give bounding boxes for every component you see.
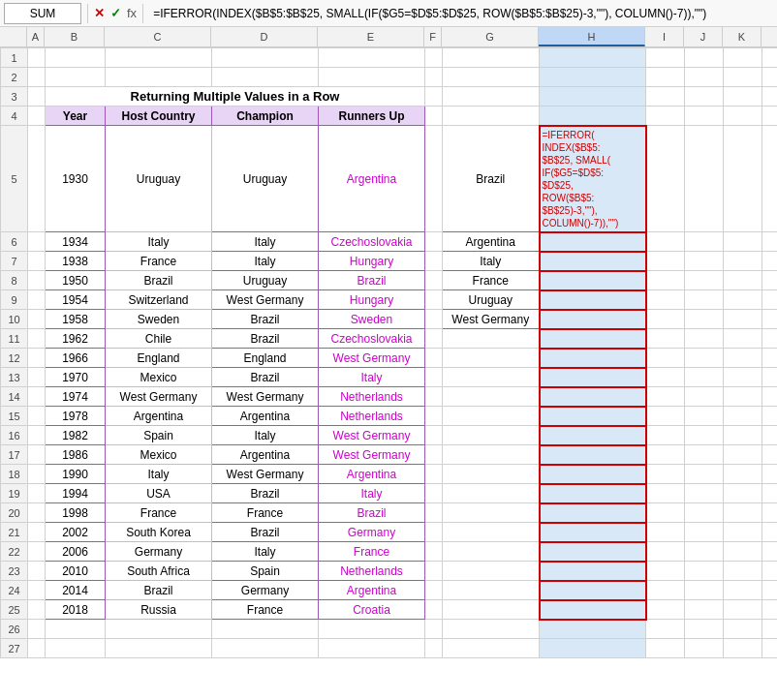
cell[interactable]: [425, 523, 443, 542]
cell[interactable]: [685, 107, 724, 126]
cell[interactable]: [425, 426, 443, 445]
cell[interactable]: 1958: [46, 310, 106, 329]
cell[interactable]: Germany: [106, 542, 212, 562]
col-header-d[interactable]: D: [211, 27, 318, 46]
cell[interactable]: [724, 232, 762, 252]
col-header-a[interactable]: A: [27, 27, 45, 46]
cell[interactable]: [28, 368, 46, 387]
cell[interactable]: West Germany: [106, 387, 212, 407]
cell[interactable]: South Africa: [106, 562, 212, 581]
cell[interactable]: [540, 639, 646, 658]
cell[interactable]: [762, 310, 778, 329]
cell[interactable]: [724, 562, 762, 581]
col-header-h[interactable]: H: [539, 27, 645, 46]
cell[interactable]: [319, 48, 425, 68]
cell[interactable]: [106, 68, 212, 87]
formula-cell[interactable]: =IFERROR( INDEX($B$5: $B$25, SMALL( IF($…: [540, 126, 646, 232]
cell[interactable]: [685, 581, 724, 600]
cell[interactable]: [540, 107, 646, 126]
cell[interactable]: France: [212, 503, 319, 523]
cell[interactable]: [646, 581, 685, 600]
cell[interactable]: [724, 271, 762, 290]
cancel-icon[interactable]: ✕: [94, 6, 105, 20]
cell[interactable]: [646, 600, 685, 620]
cell[interactable]: [646, 232, 685, 252]
cell[interactable]: [685, 252, 724, 271]
cell[interactable]: Spain: [212, 562, 319, 581]
cell[interactable]: Brazil: [319, 271, 425, 290]
cell[interactable]: [762, 68, 778, 87]
cell[interactable]: 1990: [46, 465, 106, 484]
cell[interactable]: [540, 252, 646, 271]
cell[interactable]: [425, 407, 443, 426]
cell[interactable]: Brazil: [212, 523, 319, 542]
col-header-g[interactable]: G: [442, 27, 539, 46]
cell[interactable]: Host Country: [106, 107, 212, 126]
fx-icon[interactable]: fx: [127, 6, 137, 20]
cell[interactable]: West Germany: [212, 387, 319, 407]
cell[interactable]: [106, 48, 212, 68]
cell[interactable]: [28, 542, 46, 562]
cell[interactable]: [425, 465, 443, 484]
cell[interactable]: Croatia: [319, 600, 425, 620]
cell[interactable]: [762, 271, 778, 290]
cell[interactable]: [724, 620, 762, 639]
cell[interactable]: Italy: [212, 252, 319, 271]
cell[interactable]: [685, 523, 724, 542]
cell[interactable]: 1934: [46, 232, 106, 252]
cell[interactable]: Italy: [212, 542, 319, 562]
cell[interactable]: Germany: [319, 523, 425, 542]
cell[interactable]: [762, 368, 778, 387]
cell[interactable]: 2006: [46, 542, 106, 562]
col-header-e[interactable]: E: [318, 27, 424, 46]
cell[interactable]: West Germany: [319, 445, 425, 465]
cell[interactable]: [46, 639, 106, 658]
cell[interactable]: [724, 484, 762, 503]
cell[interactable]: [540, 349, 646, 368]
cell[interactable]: [212, 48, 319, 68]
cell[interactable]: [762, 562, 778, 581]
cell[interactable]: [724, 542, 762, 562]
cell[interactable]: [685, 48, 724, 68]
cell[interactable]: [685, 600, 724, 620]
cell[interactable]: Hungary: [319, 252, 425, 271]
cell[interactable]: Argentina: [106, 407, 212, 426]
cell[interactable]: [28, 465, 46, 484]
cell[interactable]: [443, 387, 540, 407]
cell[interactable]: Runners Up: [319, 107, 425, 126]
cell[interactable]: [28, 271, 46, 290]
cell[interactable]: South Korea: [106, 523, 212, 542]
cell[interactable]: 1994: [46, 484, 106, 503]
cell[interactable]: [425, 68, 443, 87]
cell[interactable]: [646, 48, 685, 68]
cell[interactable]: [28, 407, 46, 426]
cell[interactable]: [762, 523, 778, 542]
cell[interactable]: [425, 620, 443, 639]
col-header-f[interactable]: F: [424, 27, 442, 46]
cell[interactable]: Switzerland: [106, 290, 212, 310]
cell[interactable]: [724, 68, 762, 87]
cell[interactable]: [762, 426, 778, 445]
cell[interactable]: Brazil: [212, 329, 319, 349]
cell[interactable]: [443, 87, 540, 107]
cell[interactable]: West Germany: [319, 426, 425, 445]
cell[interactable]: [646, 68, 685, 87]
cell[interactable]: [540, 600, 646, 620]
cell[interactable]: [646, 484, 685, 503]
cell[interactable]: Brazil: [212, 368, 319, 387]
cell[interactable]: [28, 329, 46, 349]
cell[interactable]: [425, 484, 443, 503]
cell[interactable]: [646, 445, 685, 465]
cell[interactable]: [540, 562, 646, 581]
cell[interactable]: USA: [106, 484, 212, 503]
cell[interactable]: 1962: [46, 329, 106, 349]
cell[interactable]: France: [443, 271, 540, 290]
cell[interactable]: 2010: [46, 562, 106, 581]
cell[interactable]: Brazil: [212, 484, 319, 503]
cell[interactable]: [540, 465, 646, 484]
cell[interactable]: [646, 465, 685, 484]
cell[interactable]: [28, 349, 46, 368]
cell[interactable]: West Germany: [319, 349, 425, 368]
cell[interactable]: [685, 232, 724, 252]
cell[interactable]: [646, 126, 685, 232]
